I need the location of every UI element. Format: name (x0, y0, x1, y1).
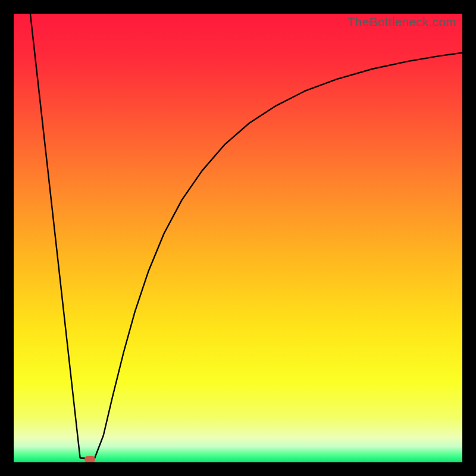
optimal-point-marker (84, 456, 95, 462)
plot-area: TheBottleneck.com (14, 14, 462, 462)
curve-right-segment (95, 53, 462, 459)
chart-frame: TheBottleneck.com (0, 0, 476, 476)
watermark-text: TheBottleneck.com (347, 15, 456, 29)
bottleneck-curve (14, 14, 462, 462)
curve-left-segment (30, 14, 95, 459)
